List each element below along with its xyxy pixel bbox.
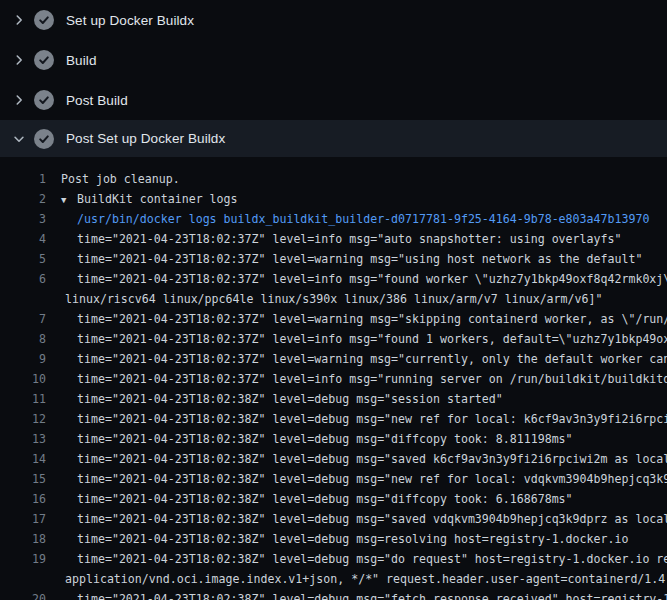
- log-line: 9time="2021-04-23T18:02:37Z" level=warni…: [0, 349, 667, 369]
- group-collapse-toggle-icon[interactable]: ▼: [61, 190, 77, 209]
- line-number[interactable]: 15: [0, 469, 46, 489]
- log-line: 10time="2021-04-23T18:02:37Z" level=info…: [0, 369, 667, 389]
- line-number[interactable]: 3: [0, 209, 46, 229]
- step-label: Post Set up Docker Buildx: [66, 131, 225, 146]
- log-line-wrap: linux/riscv64 linux/ppc64le linux/s390x …: [0, 289, 667, 309]
- line-number[interactable]: 2: [0, 189, 46, 209]
- log-line: 17time="2021-04-23T18:02:38Z" level=debu…: [0, 509, 667, 529]
- line-number[interactable]: 8: [0, 329, 46, 349]
- log-line-text: time="2021-04-23T18:02:38Z" level=debug …: [46, 449, 667, 469]
- line-number[interactable]: 12: [0, 409, 46, 429]
- log-line: 18time="2021-04-23T18:02:38Z" level=debu…: [0, 529, 667, 549]
- log-line-text: time="2021-04-23T18:02:37Z" level=info m…: [46, 229, 621, 249]
- log-command-text: /usr/bin/docker logs buildx_buildkit_bui…: [46, 209, 649, 229]
- log-line: 16time="2021-04-23T18:02:38Z" level=debu…: [0, 489, 667, 509]
- log-line-text: time="2021-04-23T18:02:38Z" level=debug …: [46, 489, 573, 509]
- line-number: [0, 289, 46, 309]
- step-label: Set up Docker Buildx: [66, 13, 194, 28]
- log-line-text: time="2021-04-23T18:02:38Z" level=debug …: [46, 409, 667, 429]
- line-number[interactable]: 18: [0, 529, 46, 549]
- log-line: 15time="2021-04-23T18:02:38Z" level=debu…: [0, 469, 667, 489]
- step-label: Build: [66, 53, 97, 68]
- line-number[interactable]: 9: [0, 349, 46, 369]
- line-number[interactable]: 16: [0, 489, 46, 509]
- line-number[interactable]: 20: [0, 589, 46, 600]
- line-number[interactable]: 13: [0, 429, 46, 449]
- group-title[interactable]: BuildKit container logs: [77, 192, 238, 206]
- chevron-down-icon: [12, 132, 26, 146]
- log-line: 6time="2021-04-23T18:02:37Z" level=info …: [0, 269, 667, 289]
- log-line-text: time="2021-04-23T18:02:38Z" level=debug …: [46, 389, 503, 409]
- line-number[interactable]: 1: [0, 169, 46, 189]
- log-line: 13time="2021-04-23T18:02:38Z" level=debu…: [0, 429, 667, 449]
- line-number[interactable]: 6: [0, 269, 46, 289]
- chevron-right-icon: [12, 13, 26, 27]
- step-header-post-build[interactable]: Post Build: [0, 80, 667, 120]
- log-line-text: time="2021-04-23T18:02:37Z" level=warnin…: [46, 309, 667, 329]
- log-line-text: time="2021-04-23T18:02:37Z" level=warnin…: [46, 349, 667, 369]
- chevron-right-icon: [12, 53, 26, 67]
- log-line: 19time="2021-04-23T18:02:38Z" level=debu…: [0, 549, 667, 569]
- log-line-text: time="2021-04-23T18:02:37Z" level=info m…: [46, 329, 667, 349]
- log-line: 1Post job cleanup.: [0, 169, 667, 189]
- log-line-text: linux/riscv64 linux/ppc64le linux/s390x …: [46, 289, 602, 309]
- line-number[interactable]: 4: [0, 229, 46, 249]
- log-line: 11time="2021-04-23T18:02:38Z" level=debu…: [0, 389, 667, 409]
- log-line: 14time="2021-04-23T18:02:38Z" level=debu…: [0, 449, 667, 469]
- log-line-text: application/vnd.oci.image.index.v1+json,…: [46, 569, 667, 589]
- log-line: 20time="2021-04-23T18:02:38Z" level=debu…: [0, 589, 667, 600]
- log-panel: 1Post job cleanup.2▼BuildKit container l…: [0, 157, 667, 600]
- log-line-text: time="2021-04-23T18:02:38Z" level=debug …: [46, 589, 667, 600]
- log-line-text: time="2021-04-23T18:02:38Z" level=debug …: [46, 429, 573, 449]
- step-header-post-set-up-docker-buildx[interactable]: Post Set up Docker Buildx: [0, 120, 667, 157]
- check-circle-icon: [34, 50, 54, 70]
- log-line: 5time="2021-04-23T18:02:37Z" level=warni…: [0, 249, 667, 269]
- step-header-build[interactable]: Build: [0, 40, 667, 80]
- log-line-text: time="2021-04-23T18:02:38Z" level=debug …: [46, 469, 667, 489]
- check-circle-icon: [34, 10, 54, 30]
- steps-list: Set up Docker BuildxBuildPost BuildPost …: [0, 0, 667, 157]
- log-group-header: ▼BuildKit container logs: [46, 189, 238, 209]
- check-circle-icon: [34, 90, 54, 110]
- log-line: 8time="2021-04-23T18:02:37Z" level=info …: [0, 329, 667, 349]
- line-number[interactable]: 7: [0, 309, 46, 329]
- actions-log-viewer: Set up Docker BuildxBuildPost BuildPost …: [0, 0, 667, 600]
- line-number[interactable]: 19: [0, 549, 46, 569]
- line-number[interactable]: 10: [0, 369, 46, 389]
- log-line: 3/usr/bin/docker logs buildx_buildkit_bu…: [0, 209, 667, 229]
- line-number[interactable]: 14: [0, 449, 46, 469]
- log-line: 12time="2021-04-23T18:02:38Z" level=debu…: [0, 409, 667, 429]
- log-line-text: time="2021-04-23T18:02:38Z" level=debug …: [46, 529, 628, 549]
- step-header-set-up-docker-buildx[interactable]: Set up Docker Buildx: [0, 0, 667, 40]
- check-circle-icon: [34, 129, 54, 149]
- step-label: Post Build: [66, 93, 128, 108]
- log-line: 2▼BuildKit container logs: [0, 189, 667, 209]
- line-number[interactable]: 11: [0, 389, 46, 409]
- line-number[interactable]: 17: [0, 509, 46, 529]
- log-line: 7time="2021-04-23T18:02:37Z" level=warni…: [0, 309, 667, 329]
- log-line: 4time="2021-04-23T18:02:37Z" level=info …: [0, 229, 667, 249]
- line-number: [0, 569, 46, 589]
- log-line-text: time="2021-04-23T18:02:38Z" level=debug …: [46, 549, 667, 569]
- log-line-text: Post job cleanup.: [46, 169, 180, 189]
- log-line-text: time="2021-04-23T18:02:37Z" level=info m…: [46, 269, 667, 289]
- log-line-text: time="2021-04-23T18:02:37Z" level=warnin…: [46, 249, 642, 269]
- chevron-right-icon: [12, 93, 26, 107]
- log-line-wrap: application/vnd.oci.image.index.v1+json,…: [0, 569, 667, 589]
- log-line-text: time="2021-04-23T18:02:38Z" level=debug …: [46, 509, 667, 529]
- log-line-text: time="2021-04-23T18:02:37Z" level=info m…: [46, 369, 667, 389]
- line-number[interactable]: 5: [0, 249, 46, 269]
